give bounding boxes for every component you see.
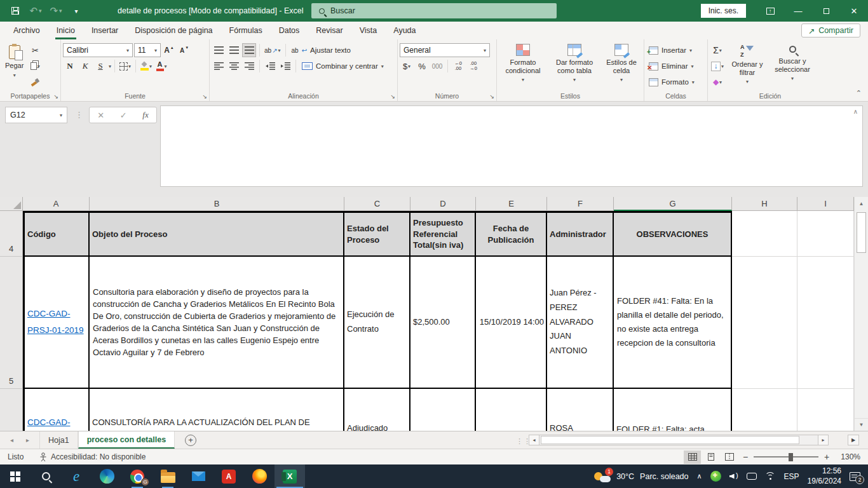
font-size-select[interactable]: 11▾ bbox=[134, 43, 161, 57]
tab-vista[interactable]: Vista bbox=[351, 22, 386, 39]
align-right-button[interactable] bbox=[242, 59, 256, 73]
cell-b6[interactable]: CONSULTORÍA PARA LA ACTUALIZACIÓN DEL PL… bbox=[90, 389, 344, 431]
decrease-font-button[interactable]: A▼ bbox=[177, 43, 191, 57]
column-header-g[interactable]: G bbox=[614, 197, 732, 211]
name-box[interactable]: G12 ▾ bbox=[5, 107, 67, 123]
close-button[interactable]: ✕ bbox=[840, 0, 868, 22]
cell-d4[interactable]: Presupuesto Referencial Total(sin iva) bbox=[410, 211, 476, 257]
paste-button[interactable]: Pegar ▾ bbox=[2, 42, 27, 91]
cell-c5[interactable]: Ejecución de Contrato bbox=[344, 257, 410, 389]
confirm-entry-icon[interactable]: ✓ bbox=[120, 111, 127, 120]
cell-b4[interactable]: Objeto del Proceso bbox=[90, 211, 344, 257]
cell-f4[interactable]: Administrador bbox=[547, 211, 614, 257]
ribbon-display-options-button[interactable]: ↑ bbox=[756, 0, 784, 22]
minimize-button[interactable]: — bbox=[784, 0, 812, 22]
horizontal-scrollbar-thumb[interactable] bbox=[541, 436, 799, 444]
taskbar-search-button[interactable] bbox=[31, 464, 61, 488]
cell-b5[interactable]: Consultoria para elaboración y diseño de… bbox=[90, 257, 344, 389]
language-indicator[interactable]: ESP bbox=[784, 472, 799, 481]
number-format-select[interactable]: General▾ bbox=[400, 43, 490, 57]
vertical-scrollbar-thumb[interactable] bbox=[857, 212, 866, 253]
cut-button[interactable]: ✂ bbox=[28, 43, 42, 57]
tab-insertar[interactable]: Insertar bbox=[83, 22, 126, 39]
tray-antivirus-icon[interactable] bbox=[710, 471, 721, 482]
select-all-corner[interactable] bbox=[0, 197, 23, 211]
wifi-icon[interactable] bbox=[765, 472, 776, 480]
zoom-level[interactable]: 130% bbox=[834, 452, 863, 461]
sheet-tab-hoja1[interactable]: Hoja1 bbox=[39, 431, 78, 449]
delete-cells-button[interactable]: ✕Eliminar▾ bbox=[646, 59, 697, 73]
cell-i4[interactable] bbox=[797, 211, 854, 257]
cell-styles-button[interactable]: Estilos de celda ▾ bbox=[602, 42, 641, 91]
column-header-i[interactable]: I bbox=[797, 197, 854, 211]
taskbar-clock[interactable]: 12:56 19/6/2024 bbox=[808, 466, 841, 486]
tab-formulas[interactable]: Fórmulas bbox=[221, 22, 271, 39]
accessibility-status[interactable]: Accesibilidad: No disponible bbox=[39, 452, 146, 462]
page-layout-view-button[interactable] bbox=[702, 451, 719, 464]
zoom-slider[interactable] bbox=[754, 456, 818, 458]
cancel-entry-icon[interactable]: ✕ bbox=[97, 111, 104, 120]
volume-icon[interactable] bbox=[729, 473, 738, 480]
insert-function-button[interactable]: fx bbox=[142, 110, 148, 120]
merge-center-button[interactable]: Combinar y centrar▾ bbox=[299, 59, 386, 73]
customize-qat-button[interactable]: ▾ bbox=[67, 2, 85, 20]
increase-indent-button[interactable] bbox=[278, 59, 292, 73]
cell-e6[interactable] bbox=[476, 389, 547, 431]
formula-bar-input[interactable]: ∧ bbox=[160, 105, 863, 187]
align-top-button[interactable] bbox=[212, 43, 226, 57]
cell-d6[interactable] bbox=[410, 389, 476, 431]
normal-view-button[interactable] bbox=[684, 451, 701, 464]
tab-inicio[interactable]: Inicio bbox=[48, 22, 83, 39]
taskbar-internet-explorer[interactable]: e bbox=[61, 464, 92, 488]
dialog-launcher-icon[interactable]: ↘ bbox=[202, 93, 207, 100]
tab-scroll-right-icon[interactable]: ▶ bbox=[848, 435, 859, 445]
share-button[interactable]: ↗ Compartir bbox=[801, 24, 860, 37]
cell-h5[interactable] bbox=[732, 257, 797, 389]
column-header-b[interactable]: B bbox=[90, 197, 344, 211]
tab-revisar[interactable]: Revisar bbox=[308, 22, 351, 39]
search-box[interactable]: Buscar bbox=[311, 3, 557, 18]
undo-button[interactable]: ↶▾ bbox=[27, 2, 44, 20]
taskbar-edge[interactable] bbox=[92, 464, 122, 488]
next-sheet-icon[interactable]: ▸ bbox=[26, 437, 29, 444]
redo-button[interactable]: ↷▾ bbox=[47, 2, 65, 20]
notifications-icon[interactable]: 2 bbox=[850, 472, 860, 481]
collapse-ribbon-button[interactable]: ⌃ bbox=[856, 89, 862, 97]
taskbar-file-explorer[interactable] bbox=[153, 464, 183, 488]
taskbar-mail[interactable] bbox=[183, 464, 214, 488]
comma-format-button[interactable]: 000 bbox=[430, 59, 444, 73]
cell-h6[interactable] bbox=[732, 389, 797, 431]
format-cells-button[interactable]: Formato▾ bbox=[646, 75, 697, 89]
font-name-select[interactable]: Calibri▾ bbox=[63, 43, 133, 57]
format-as-table-button[interactable]: Dar formato como tabla ▾ bbox=[548, 42, 600, 91]
taskbar-acrobat[interactable]: A bbox=[214, 464, 244, 488]
zoom-slider-thumb[interactable] bbox=[789, 453, 793, 461]
tray-expand-icon[interactable]: ∧ bbox=[697, 472, 702, 480]
column-header-e[interactable]: E bbox=[476, 197, 547, 211]
conditional-formatting-button[interactable]: Formato condicional ▾ bbox=[499, 42, 547, 91]
dialog-launcher-icon[interactable]: ↘ bbox=[53, 93, 58, 100]
collapse-formula-bar-icon[interactable]: ∧ bbox=[853, 108, 858, 115]
vertical-scrollbar[interactable]: ▲ ▼ bbox=[854, 197, 868, 431]
bold-button[interactable]: N bbox=[63, 59, 77, 73]
cell-f6[interactable]: ROSA bbox=[547, 389, 614, 431]
wrap-text-button[interactable]: ab↩Ajustar texto bbox=[289, 43, 353, 57]
taskbar-chrome[interactable]: G bbox=[122, 464, 153, 488]
fill-button[interactable]: ↓▾ bbox=[710, 59, 725, 73]
cell-a6-link[interactable]: CDC-GAD- bbox=[23, 389, 90, 431]
decrease-indent-button[interactable] bbox=[263, 59, 277, 73]
fill-color-button[interactable]: ▾ bbox=[139, 59, 153, 73]
cell-i5[interactable] bbox=[797, 257, 854, 389]
start-button[interactable] bbox=[0, 464, 31, 488]
sort-filter-button[interactable]: AZ Ordenar y filtrar ▾ bbox=[726, 42, 768, 91]
cell-g5[interactable]: FOLDER #41: Falta: En la planilla el det… bbox=[614, 257, 732, 389]
new-sheet-button[interactable]: + bbox=[185, 435, 196, 446]
clear-button[interactable]: ◆▾ bbox=[710, 75, 725, 89]
cast-icon[interactable] bbox=[747, 473, 757, 480]
column-header-h[interactable]: H bbox=[732, 197, 797, 211]
horizontal-scrollbar[interactable]: ◂ ▸ bbox=[529, 435, 829, 445]
save-button[interactable] bbox=[6, 2, 24, 20]
chevron-down-icon[interactable]: ▾ bbox=[109, 64, 111, 69]
find-select-button[interactable]: Buscar y seleccionar ▾ bbox=[770, 42, 815, 91]
dialog-launcher-icon[interactable]: ↘ bbox=[489, 93, 494, 100]
